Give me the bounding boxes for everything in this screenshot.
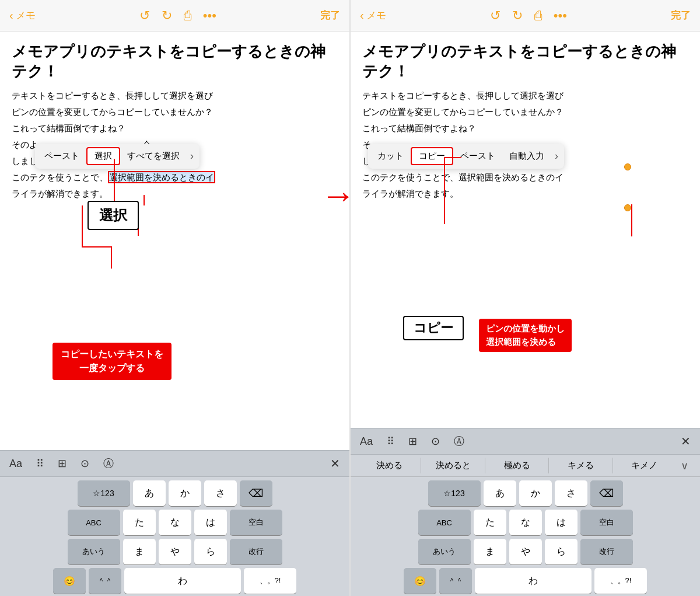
keyboard-toolbar-right: Aa ⠿ ⊞ ⊙ Ⓐ ✕ (351, 428, 700, 455)
key-enter-right[interactable]: 改行 (580, 539, 633, 564)
key-ma-left[interactable]: ま (123, 539, 156, 564)
suggestions-row-right: 決める 決めると 極める キメる キメノ ∨ (351, 455, 700, 477)
suggestion-2[interactable]: 決めると (421, 458, 485, 473)
keyboard-right: Aa ⠿ ⊞ ⊙ Ⓐ ✕ 決める 決めると 極める キメる キメノ ∨ ☆123… (351, 428, 700, 596)
panel-left: ‹ メモ ↺ ↻ ⎙ ••• 完了 メモアプリのテキストをコピーするときの神テク… (0, 0, 350, 596)
key-aiueo-right[interactable]: あいう (418, 539, 471, 564)
key-backspace-left[interactable]: ⌫ (240, 480, 272, 506)
nav-center-right: ↺ ↻ ⎙ ••• (490, 8, 567, 23)
key-aiueo-left[interactable]: あいう (68, 539, 120, 564)
line6-left (82, 205, 83, 248)
key-sa-left[interactable]: さ (204, 480, 237, 506)
menu-arrow-right[interactable]: › (551, 150, 562, 162)
nav-bar-left: ‹ メモ ↺ ↻ ⎙ ••• 完了 (0, 0, 349, 32)
select-all-item-left[interactable]: すべてを選択 (120, 148, 187, 164)
paste-item-right[interactable]: ペースト (453, 148, 502, 164)
key-ka-left[interactable]: か (169, 480, 201, 506)
key-backspace-right[interactable]: ⌫ (590, 480, 623, 506)
pin-cursor-top (624, 163, 631, 170)
suggestions-expand-icon[interactable]: ∨ (676, 459, 693, 472)
list-icon-right[interactable]: ⠿ (387, 435, 394, 448)
annotation-pin-red: ピンの位置を動かし選択範囲を決める (479, 319, 572, 352)
key-ya-left[interactable]: や (159, 539, 191, 564)
key-a-left[interactable]: あ (133, 480, 166, 506)
back-button-right[interactable]: ‹ メモ (360, 9, 386, 22)
note-title-right: メモアプリのテキストをコピーするときの神テク！ (362, 42, 688, 82)
line2-right (444, 157, 461, 158)
key-abc-left[interactable]: ABC (68, 510, 120, 535)
annotation-copy-bordered: コピー (403, 316, 464, 340)
key-wa-right[interactable]: わ (475, 568, 592, 594)
table-icon-right[interactable]: ⊞ (408, 435, 417, 448)
key-punct-left[interactable]: 、。?! (244, 568, 296, 594)
suggestion-4[interactable]: キメる (549, 458, 612, 473)
nav-center-left: ↺ ↻ ⎙ ••• (139, 8, 216, 23)
key-na-left[interactable]: な (159, 510, 191, 535)
key-emoji-right[interactable]: 😊 (404, 568, 436, 594)
key-ha-left[interactable]: は (194, 510, 227, 535)
done-button-right[interactable]: 完了 (671, 9, 691, 22)
font-icon-right[interactable]: Aa (360, 435, 373, 448)
key-a-right[interactable]: あ (484, 480, 516, 506)
note-title-left: メモアプリのテキストをコピーするときの神テク！ (12, 42, 338, 82)
key-caret-left[interactable]: ＾＾ (89, 568, 121, 594)
close-keyboard-left[interactable]: ✕ (330, 456, 340, 470)
list-icon-left[interactable]: ⠿ (36, 457, 44, 470)
action-icon-left[interactable]: Ⓐ (103, 456, 114, 470)
context-menu-right: カット コピー ペースト 自動入力 › (368, 144, 564, 169)
camera-icon-right[interactable]: ⊙ (431, 435, 440, 448)
key-ha-right[interactable]: は (545, 510, 578, 535)
key-sa-right[interactable]: さ (555, 480, 587, 506)
camera-icon-left[interactable]: ⊙ (80, 457, 89, 470)
note-content-left: メモアプリのテキストをコピーするときの神テク！ テキストをコピーするとき、長押し… (0, 32, 349, 450)
font-icon-left[interactable]: Aa (9, 458, 22, 470)
key-123-left[interactable]: ☆123 (78, 480, 130, 506)
key-ta-right[interactable]: た (474, 510, 506, 535)
key-ra-right[interactable]: ら (545, 539, 578, 564)
annotation-copy-tap: コピーしたいテキストを一度タップする (52, 343, 172, 380)
key-caret-right[interactable]: ＾＾ (439, 568, 472, 594)
suggestion-5[interactable]: キメノ (613, 458, 676, 473)
action-icon-right[interactable]: Ⓐ (454, 434, 464, 448)
cut-item-right[interactable]: カット (370, 148, 411, 164)
key-punct-right[interactable]: 、。?! (594, 568, 647, 594)
key-wa-left[interactable]: わ (124, 568, 241, 594)
copy-item-right[interactable]: コピー (411, 147, 453, 165)
menu-arrow-left[interactable]: › (187, 150, 197, 162)
keyboard-left: Aa ⠿ ⊞ ⊙ Ⓐ ✕ ☆123 あ か さ ⌫ ABC た な は 空白 (0, 450, 349, 596)
close-keyboard-right[interactable]: ✕ (681, 434, 691, 448)
keyboard-rows-left: ☆123 あ か さ ⌫ ABC た な は 空白 あいう ま や ら 改行 (0, 477, 349, 596)
key-enter-left[interactable]: 改行 (230, 539, 282, 564)
key-ra-left[interactable]: ら (194, 539, 227, 564)
more-icon-right[interactable]: ••• (554, 8, 567, 23)
select-item-left[interactable]: 選択 (86, 147, 120, 165)
redo-icon-left[interactable]: ↻ (162, 8, 172, 23)
undo-icon-right[interactable]: ↺ (490, 8, 501, 23)
key-123-right[interactable]: ☆123 (428, 480, 481, 506)
redo-icon-right[interactable]: ↻ (512, 8, 523, 23)
undo-icon-left[interactable]: ↺ (139, 8, 150, 23)
back-label-left: メモ (16, 9, 36, 22)
share-icon-left[interactable]: ⎙ (184, 8, 191, 23)
done-button-left[interactable]: 完了 (320, 9, 340, 22)
key-emoji-left[interactable]: 😊 (53, 568, 86, 594)
key-row-1-right: ☆123 あ か さ ⌫ (353, 480, 698, 506)
share-icon-right[interactable]: ⎙ (534, 8, 542, 23)
key-space-left[interactable]: 空白 (230, 510, 282, 535)
key-ya-right[interactable]: や (509, 539, 542, 564)
paste-item-left[interactable]: ペースト (37, 148, 86, 164)
chevron-right-left-icon: ‹ (360, 9, 364, 22)
more-icon-left[interactable]: ••• (203, 8, 216, 23)
key-row-2-left: ABC た な は 空白 (2, 510, 347, 535)
suggestion-1[interactable]: 決める (358, 458, 421, 473)
key-na-right[interactable]: な (509, 510, 542, 535)
key-space-right[interactable]: 空白 (580, 510, 633, 535)
key-ka-right[interactable]: か (519, 480, 552, 506)
suggestion-3[interactable]: 極める (485, 458, 549, 473)
table-icon-left[interactable]: ⊞ (58, 457, 66, 470)
back-button-left[interactable]: ‹ メモ (9, 9, 36, 22)
key-ta-left[interactable]: た (123, 510, 156, 535)
key-abc-right[interactable]: ABC (418, 510, 471, 535)
key-ma-right[interactable]: ま (474, 539, 506, 564)
auto-input-item-right[interactable]: 自動入力 (502, 148, 551, 164)
